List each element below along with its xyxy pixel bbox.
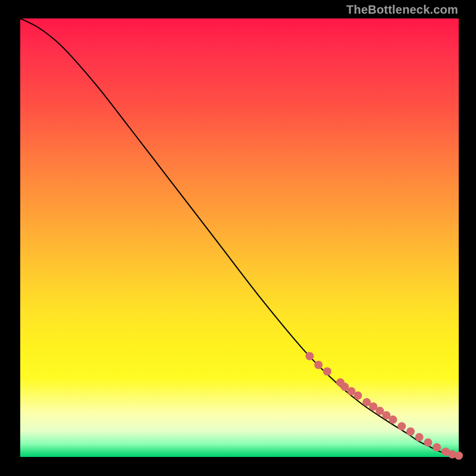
data-marker [455, 452, 463, 460]
data-marker [406, 427, 415, 436]
chart-container: TheBottleneck.com [0, 0, 476, 476]
bottleneck-curve [20, 18, 459, 456]
plot-area [20, 18, 459, 457]
watermark-text: TheBottleneck.com [346, 4, 458, 15]
data-marker [305, 352, 314, 360]
data-marker [424, 439, 432, 447]
data-marker [353, 392, 362, 400]
data-marker [397, 422, 406, 430]
data-marker [314, 361, 322, 369]
data-marker [323, 367, 331, 375]
curve-layer [20, 18, 459, 457]
data-marker [389, 415, 397, 424]
data-marker [433, 443, 441, 452]
data-marker [415, 433, 424, 441]
